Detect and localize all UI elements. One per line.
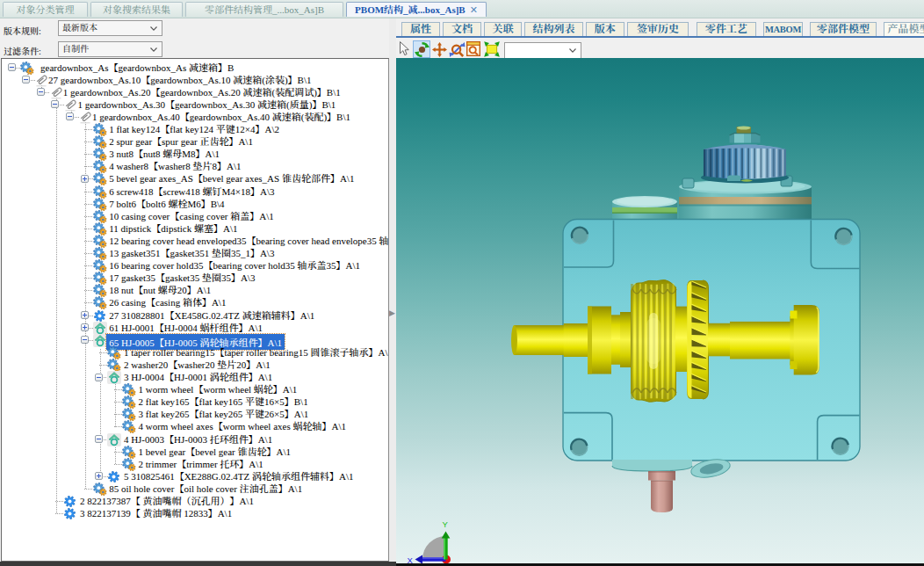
svg-text:Y: Y [442, 519, 448, 529]
svg-text:X: X [408, 555, 414, 565]
